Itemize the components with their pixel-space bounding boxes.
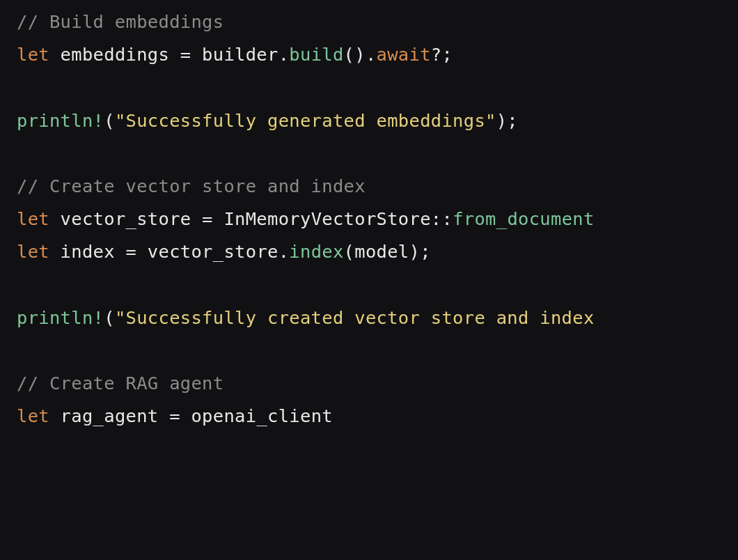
code-token: );	[496, 110, 518, 131]
code-token: // Create vector store and index	[17, 176, 366, 196]
code-token: =	[202, 208, 213, 229]
code-line	[17, 71, 738, 104]
code-line: let rag_agent = openai_client	[17, 400, 738, 433]
code-line	[17, 334, 738, 367]
code-line: println!("Successfully generated embeddi…	[17, 104, 738, 137]
code-line	[17, 268, 738, 301]
code-token: let	[17, 44, 49, 65]
code-line: println!("Successfully created vector st…	[17, 302, 738, 334]
code-line: let vector_store = InMemoryVectorStore::…	[17, 203, 738, 235]
code-token: (model);	[344, 241, 431, 262]
code-token: index	[289, 241, 343, 262]
code-line: // Create vector store and index	[17, 170, 738, 203]
code-line: let index = vector_store.index(model);	[17, 235, 738, 268]
code-token: "Successfully generated embeddings"	[115, 110, 496, 131]
code-block: // Build embeddingslet embeddings = buil…	[17, 6, 738, 433]
code-token: embeddings	[49, 44, 180, 65]
code-token: let	[17, 241, 49, 262]
code-token: vector_store	[49, 208, 202, 229]
code-token: InMemoryVectorStore	[213, 208, 431, 229]
code-token: (	[104, 307, 115, 328]
code-line: // Build embeddings	[17, 6, 738, 38]
code-token: ::	[431, 208, 453, 229]
code-token: =	[180, 44, 191, 65]
code-token: openai_client	[180, 405, 333, 426]
code-token: ().	[344, 44, 377, 65]
code-token: .	[278, 44, 290, 65]
code-token: =	[126, 241, 137, 262]
code-token: (	[104, 110, 115, 131]
code-token: index	[49, 241, 126, 262]
code-token: build	[289, 44, 343, 65]
code-token: println!	[17, 110, 104, 131]
code-token: // Build embeddings	[17, 11, 223, 32]
code-token: println!	[17, 307, 104, 328]
code-token: "Successfully created vector store and i…	[115, 307, 595, 328]
code-token: // Create RAG agent	[17, 373, 223, 394]
code-token: let	[17, 405, 49, 426]
code-token: await	[377, 44, 431, 65]
code-line	[17, 137, 738, 170]
code-token: vector_store	[136, 241, 278, 262]
code-line: let embeddings = builder.build().await?;	[17, 38, 738, 71]
code-line: // Create RAG agent	[17, 367, 738, 400]
code-token: from_document	[453, 208, 594, 229]
code-token: builder	[191, 44, 278, 65]
code-token: let	[17, 208, 49, 229]
code-token: ?;	[431, 44, 453, 65]
code-token: .	[278, 241, 290, 262]
code-token: rag_agent	[49, 405, 169, 426]
code-token: =	[169, 405, 180, 426]
